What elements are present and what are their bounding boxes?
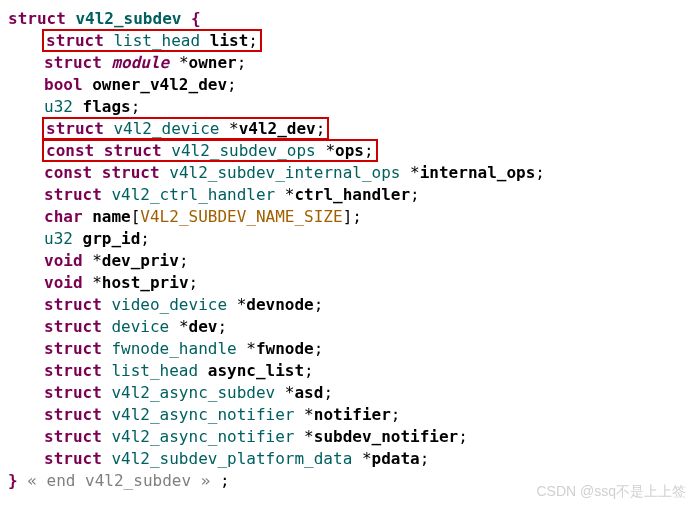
semicolon: ; [364,141,374,160]
member-line: const struct v4l2_subdev_ops *ops; [8,140,684,162]
code-block: struct v4l2_subdev {struct list_head lis… [8,8,684,492]
semicolon: ; [535,163,545,182]
member-name: v4l2_dev [239,119,316,138]
pointer-star: * [410,163,420,182]
member-line: struct v4l2_async_subdev *asd; [8,382,684,404]
type-name: device [111,317,169,336]
type-name: fwnode_handle [111,339,236,358]
semicolon: ; [227,75,237,94]
type-name: list_head [111,361,198,380]
keyword-void: void [44,251,83,270]
type-raw: bool [44,75,83,94]
member-line: struct list_head async_list; [8,360,684,382]
pointer-star: * [362,449,372,468]
member: struct module *owner; [44,53,246,72]
highlighted-member: struct v4l2_device *v4l2_dev; [44,119,327,138]
member-name: internal_ops [420,163,536,182]
keyword-struct: struct [102,163,160,182]
member-line: void *host_priv; [8,272,684,294]
semicolon: ; [391,405,401,424]
type-raw: u32 [44,229,73,248]
type-name: v4l2_subdev_ops [171,141,316,160]
member-line: const struct v4l2_subdev_internal_ops *i… [8,162,684,184]
keyword-struct: struct [44,449,102,468]
member: void *dev_priv; [44,251,189,270]
keyword-const: const [44,163,92,182]
keyword-struct: struct [44,339,102,358]
pointer-star: * [179,317,189,336]
member-line: char name[V4L2_SUBDEV_NAME_SIZE]; [8,206,684,228]
member: struct list_head async_list; [44,361,314,380]
type-name: module [111,53,169,72]
member: u32 grp_id; [44,229,150,248]
member-name: host_priv [102,273,189,292]
semicolon: ; [420,449,430,468]
close-brace: } [8,471,18,490]
member: struct video_device *devnode; [44,295,323,314]
semicolon: ; [189,273,199,292]
open-brace: { [191,9,201,28]
bracket-open: [ [131,207,141,226]
semicolon: ; [131,97,141,116]
keyword-struct: struct [44,361,102,380]
member: const struct v4l2_subdev_internal_ops *i… [44,163,545,182]
semicolon: ; [316,119,326,138]
member-line: struct fwnode_handle *fwnode; [8,338,684,360]
member: struct v4l2_async_notifier *subdev_notif… [44,427,468,446]
pointer-star: * [304,427,314,446]
pointer-star: * [246,339,256,358]
bracket-close: ] [343,207,353,226]
member-name: ctrl_handler [294,185,410,204]
type-name: v4l2_async_notifier [111,427,294,446]
semicolon: ; [140,229,150,248]
end-comment: « end v4l2_subdev » [27,471,210,490]
macro-name: V4L2_SUBDEV_NAME_SIZE [140,207,342,226]
type-raw: u32 [44,97,73,116]
member: struct v4l2_subdev_platform_data *pdata; [44,449,429,468]
member-line: struct module *owner; [8,52,684,74]
semicolon: ; [410,185,420,204]
member-name: dev_priv [102,251,179,270]
semicolon: ; [179,251,189,270]
member-line: bool owner_v4l2_dev; [8,74,684,96]
semicolon: ; [248,31,258,50]
member: struct fwnode_handle *fwnode; [44,339,323,358]
type-name: v4l2_ctrl_handler [111,185,275,204]
pointer-star: * [92,251,102,270]
member: struct v4l2_ctrl_handler *ctrl_handler; [44,185,420,204]
pointer-star: * [179,53,189,72]
pointer-star: * [237,295,247,314]
member-line: struct v4l2_subdev_platform_data *pdata; [8,448,684,470]
member: void *host_priv; [44,273,198,292]
keyword-struct: struct [46,119,104,138]
highlighted-member: struct list_head list; [44,31,260,50]
keyword-void: void [44,273,83,292]
type-name: v4l2_subdev_platform_data [111,449,352,468]
member-name: asd [294,383,323,402]
keyword-const: const [46,141,94,160]
member-name: ops [335,141,364,160]
type-name: v4l2_async_notifier [111,405,294,424]
member-line: u32 flags; [8,96,684,118]
member-name: dev [189,317,218,336]
type-name: list_head [113,31,200,50]
member: struct v4l2_async_notifier *notifier; [44,405,400,424]
semicolon: ; [352,207,362,226]
member: u32 flags; [44,97,140,116]
pointer-star: * [92,273,102,292]
member-name: owner_v4l2_dev [92,75,227,94]
member: char name[V4L2_SUBDEV_NAME_SIZE]; [44,207,362,226]
keyword-struct: struct [44,295,102,314]
struct-header: struct v4l2_subdev { [8,8,684,30]
keyword-struct: struct [44,53,102,72]
member-line: struct v4l2_ctrl_handler *ctrl_handler; [8,184,684,206]
highlighted-member: const struct v4l2_subdev_ops *ops; [44,141,376,160]
keyword-struct: struct [104,141,162,160]
type-name: v4l2_async_subdev [111,383,275,402]
semicolon: ; [323,383,333,402]
member-name: pdata [372,449,420,468]
member-name: async_list [208,361,304,380]
member-line: struct v4l2_async_notifier *subdev_notif… [8,426,684,448]
type-name: v4l2_subdev_internal_ops [169,163,400,182]
member-name: list [210,31,249,50]
